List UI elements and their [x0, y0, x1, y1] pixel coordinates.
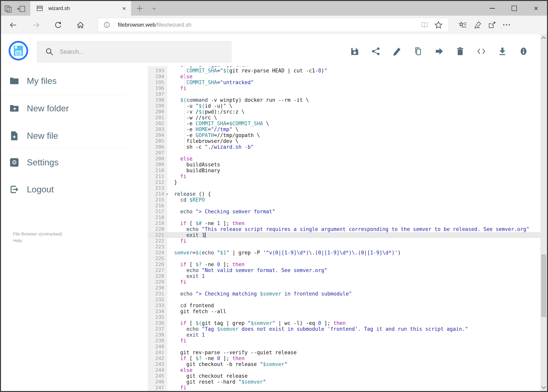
- site-info-icon[interactable]: [103, 21, 111, 28]
- code-line[interactable]: 234 git fetch --all: [148, 308, 540, 314]
- new-tab-button[interactable]: [136, 4, 144, 13]
- code-editor[interactable]: if [ -d ".git" ]; then193 COMMIT_SHA="$(…: [148, 66, 540, 391]
- code-line[interactable]: 222 fi: [148, 238, 540, 244]
- sidebar-item-my-files[interactable]: My files: [9, 73, 119, 89]
- code-line[interactable]: 227 echo "Not valid semver format. See s…: [148, 267, 540, 273]
- scroll-down-icon[interactable]: [540, 384, 547, 391]
- reading-view-icon[interactable]: [421, 21, 429, 29]
- code-line[interactable]: 194 else: [148, 74, 540, 79]
- tab-list-chevron-icon[interactable]: [151, 5, 158, 12]
- code-line[interactable]: 205 filebrowser/dev \: [148, 138, 540, 144]
- code-line[interactable]: 240: [148, 344, 540, 350]
- code-line[interactable]: 204 -e GOPATH=//tmp/gopath \: [148, 132, 540, 138]
- rename-button[interactable]: [392, 47, 401, 56]
- code-line[interactable]: 203 -e HOME="//tmp" \: [148, 126, 540, 132]
- vertical-scrollbar[interactable]: [540, 34, 547, 391]
- code-line[interactable]: 208 else: [148, 156, 540, 162]
- move-button[interactable]: [435, 47, 444, 56]
- code-line[interactable]: 207: [148, 150, 540, 156]
- code-line[interactable]: 214▾release () {: [148, 191, 540, 197]
- tab-close-icon[interactable]: ×: [122, 5, 126, 12]
- code-line[interactable]: 196 fi: [148, 85, 540, 91]
- code-line[interactable]: 245 git checkout release: [148, 373, 540, 379]
- search-input[interactable]: [59, 48, 217, 56]
- code-line[interactable]: 209 buildAssets: [148, 162, 540, 168]
- code-line[interactable]: 229 fi: [148, 279, 540, 285]
- code-line[interactable]: 239 fi: [148, 338, 540, 344]
- refresh-icon[interactable]: [54, 21, 62, 29]
- browser-tab[interactable]: wizard.sh ×: [30, 1, 131, 16]
- code-line[interactable]: if [ -d ".git" ]; then: [148, 66, 540, 68]
- code-line[interactable]: 212}: [148, 179, 540, 185]
- code-line[interactable]: 210 buildBinary: [148, 168, 540, 173]
- code-line[interactable]: 198 $(command -v winpty) docker run --rm…: [148, 97, 540, 103]
- delete-button[interactable]: [456, 47, 465, 56]
- code-line[interactable]: 228 exit 1: [148, 273, 540, 279]
- maximize-button[interactable]: [503, 1, 525, 16]
- code-line[interactable]: 213: [148, 185, 540, 191]
- code-line[interactable]: 241 git rev-parse --verify --quiet relea…: [148, 350, 540, 355]
- code-line[interactable]: 202 -e COMMIT_SHA=$COMMIT_SHA \: [148, 120, 540, 126]
- code-line[interactable]: 199 -u "$(id -u)" \: [148, 103, 540, 109]
- back-icon[interactable]: [9, 21, 17, 29]
- info-button[interactable]: [519, 47, 528, 56]
- code-line[interactable]: 221 exit 1: [148, 232, 540, 238]
- help-link[interactable]: Help: [13, 238, 22, 243]
- copy-button[interactable]: [413, 47, 422, 56]
- code-line[interactable]: 219 if [ $# -ne 1 ]; then: [148, 220, 540, 226]
- code-line[interactable]: 225: [148, 256, 540, 261]
- code-text: -e GOPATH=//tmp/gopath \: [167, 132, 540, 138]
- code-line[interactable]: 193 COMMIT_SHA="$(git rev-parse HEAD | c…: [148, 68, 540, 74]
- close-button[interactable]: ×: [525, 1, 547, 16]
- download-button[interactable]: [498, 47, 507, 56]
- code-line[interactable]: 238 exit 1: [148, 332, 540, 338]
- tab-preview-toggle-icon[interactable]: [3, 4, 14, 13]
- hub-favorites-icon[interactable]: [459, 21, 467, 29]
- code-line[interactable]: 236 if [ $(git tag | grep "$semver" | wc…: [148, 320, 540, 326]
- code-line[interactable]: 220 echo "This release script requires a…: [148, 226, 540, 232]
- home-icon[interactable]: [76, 21, 84, 29]
- code-line[interactable]: 195 COMMIT_SHA="untracked": [148, 79, 540, 85]
- sidebar-item-settings[interactable]: ⚙ Settings: [9, 154, 119, 171]
- sidebar-item-new-file[interactable]: New file: [9, 128, 119, 144]
- code-line[interactable]: 218: [148, 215, 540, 220]
- code-line[interactable]: 242 if [ $? -ne 0 ]; then: [148, 355, 540, 361]
- code-line[interactable]: 211 fi: [148, 173, 540, 179]
- code-line[interactable]: 246 git reset --hard "$semver": [148, 379, 540, 385]
- filebrowser-logo[interactable]: [9, 41, 28, 61]
- set-tabs-aside-icon[interactable]: [16, 4, 26, 13]
- code-line[interactable]: 235: [148, 314, 540, 320]
- code-line[interactable]: 197: [148, 91, 540, 97]
- save-button[interactable]: [350, 47, 359, 56]
- code-line[interactable]: 206 sh -c "./wizard.sh -b": [148, 144, 540, 150]
- url-field[interactable]: filebrowser.web/files/wizard.sh: [98, 18, 449, 32]
- code-line[interactable]: 247 fi: [148, 385, 540, 391]
- scrollbar-thumb[interactable]: [541, 254, 546, 317]
- sidebar-item-logout[interactable]: Logout: [9, 181, 119, 198]
- favorite-star-icon[interactable]: [434, 21, 443, 29]
- code-line[interactable]: 217 echo "> Checking semver format": [148, 209, 540, 215]
- sidebar-item-new-folder[interactable]: New folder: [9, 100, 119, 117]
- code-line[interactable]: 224semver=$(echo "$1" | grep -P '^v(0|[1…: [148, 250, 540, 256]
- code-line[interactable]: 226 if [ $? -ne 0 ]; then: [148, 261, 540, 267]
- scroll-up-icon[interactable]: [540, 35, 547, 41]
- code-line[interactable]: 201 -w //src \: [148, 115, 540, 120]
- code-line[interactable]: 233 cd frontend: [148, 302, 540, 308]
- forward-icon[interactable]: [32, 21, 40, 29]
- code-line[interactable]: 200 -v /$(pwd):/src:z \: [148, 109, 540, 115]
- annotate-pen-icon[interactable]: [473, 21, 481, 29]
- code-line[interactable]: 237 echo "Tag $semver does not exist in …: [148, 326, 540, 332]
- share-file-button[interactable]: [371, 47, 380, 56]
- code-line[interactable]: 243 git checkout -b release "$semver": [148, 361, 540, 367]
- code-line[interactable]: 244 else: [148, 367, 540, 373]
- share-icon[interactable]: [488, 21, 496, 29]
- minimize-button[interactable]: [481, 1, 503, 16]
- raw-code-button[interactable]: [477, 47, 486, 56]
- code-line[interactable]: 230: [148, 285, 540, 291]
- code-line[interactable]: 223: [148, 244, 540, 250]
- code-line[interactable]: 216: [148, 203, 540, 209]
- more-options-icon[interactable]: [502, 23, 511, 27]
- code-line[interactable]: 232: [148, 297, 540, 302]
- code-line[interactable]: 215 cd $REPO: [148, 197, 540, 203]
- code-line[interactable]: 231 echo "> Checking matching $semver in…: [148, 291, 540, 297]
